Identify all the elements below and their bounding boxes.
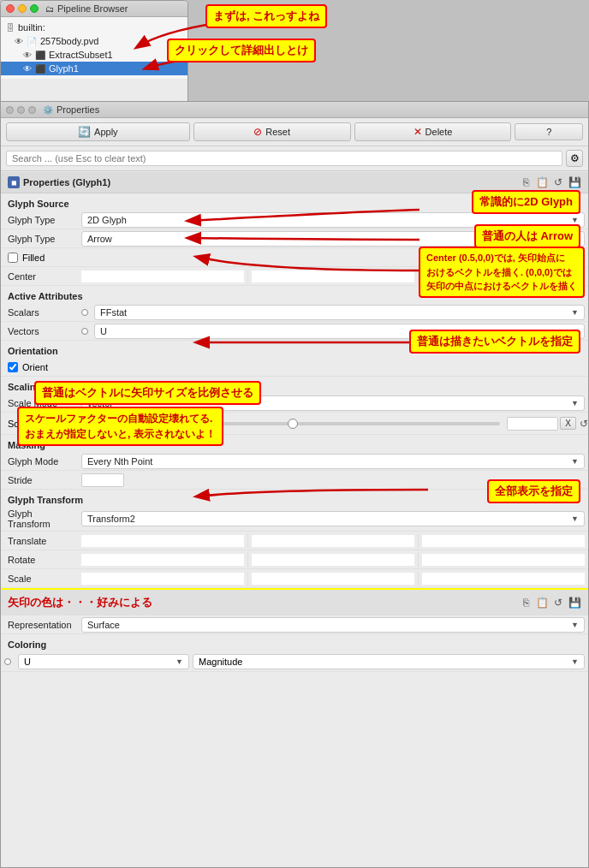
properties-toolbar: 🔄 Apply ⊘ Reset ✕ Delete ? — [1, 118, 588, 146]
translate-z-input[interactable]: 0 — [419, 533, 588, 549]
scale-refresh-icon[interactable]: ↺ — [580, 418, 588, 430]
center-y-input[interactable]: 0 — [248, 269, 419, 284]
dot1 — [6, 106, 14, 114]
close-button[interactable] — [6, 4, 15, 13]
scale-mode-row: Scale Mode vector ▼ — [1, 394, 588, 413]
delete-icon: ✕ — [413, 126, 422, 138]
chevron-down-icon: ▼ — [571, 514, 579, 523]
copy-icon[interactable]: ⎘ — [519, 175, 532, 189]
glyph-type-1-dropdown[interactable]: 2D Glyph ▼ — [81, 212, 585, 228]
representation-dropdown[interactable]: Surface ▼ — [81, 617, 585, 633]
scale-mode-dropdown[interactable]: vector ▼ — [81, 395, 585, 411]
filled-row: Filled — [1, 248, 588, 267]
chevron-down-icon: ▼ — [176, 657, 183, 666]
orient-checkbox[interactable] — [8, 362, 18, 372]
coloring-u-dropdown[interactable]: U ▼ — [18, 654, 189, 669]
glyph-type-2-value: Arrow ▼ — [78, 230, 588, 247]
scale-y-input[interactable]: 1 — [248, 571, 419, 586]
eye-icon[interactable]: 👁 — [23, 51, 32, 60]
scale-factor-label: Scale Factor — [1, 417, 78, 431]
radio-button-coloring[interactable] — [4, 658, 11, 665]
paste-icon[interactable]: 📋 — [535, 175, 549, 189]
magnitude-dropdown[interactable]: Magnitude ▼ — [193, 654, 585, 669]
scalars-row: Scalars FFstat ▼ — [1, 303, 588, 322]
active-attributes-label: Active Attributes — [1, 286, 588, 303]
list-item[interactable]: 👁 📄 2575body.pvd — [1, 34, 187, 48]
filled-label: Filled — [22, 253, 45, 263]
pipeline-browser-title: Pipeline Browser — [57, 3, 128, 14]
chevron-down-icon: ▼ — [571, 621, 579, 629]
stride-input[interactable]: 1 — [81, 473, 124, 487]
properties-panel: ⚙️ Properties 🔄 Apply ⊘ Reset ✕ Delete ?… — [0, 101, 589, 868]
pipeline-list: 🗄 builtin: 👁 📄 2575body.pvd 👁 ⬛ ExtractS… — [1, 17, 187, 79]
filled-checkbox[interactable] — [8, 253, 18, 263]
glyph-type-1-row: Glyph Type 2D Glyph ▼ — [1, 211, 588, 229]
glyph-mode-dropdown[interactable]: Every Nth Point ▼ — [81, 454, 585, 469]
scalars-dropdown[interactable]: FFstat ▼ — [94, 305, 585, 320]
refresh-color-icon[interactable]: ↺ — [551, 596, 565, 609]
search-input[interactable] — [6, 151, 562, 166]
pipeline-browser-titlebar: 🗂 Pipeline Browser — [1, 1, 187, 17]
glyph-icon: ⬛ — [35, 64, 45, 74]
maximize-button[interactable] — [30, 4, 39, 13]
scalars-value: FFstat ▼ — [78, 304, 588, 321]
center-label: Center — [1, 270, 78, 283]
traffic-lights — [6, 4, 39, 13]
scale-z-input[interactable]: 1 — [419, 571, 588, 586]
scalars-label: Scalars — [1, 306, 78, 319]
glyph-type-2-dropdown[interactable]: Arrow ▼ — [81, 231, 585, 247]
scale-factor-slider[interactable] — [85, 422, 500, 425]
rotate-y-input[interactable]: 0 — [248, 552, 419, 568]
scale-factor-input[interactable]: 2 — [507, 417, 558, 431]
minimize-button[interactable] — [18, 4, 27, 13]
window-dots — [6, 106, 36, 114]
chevron-down-icon: ▼ — [571, 657, 579, 666]
delete-button[interactable]: ✕ Delete — [354, 122, 512, 141]
translate-y-input[interactable]: 0 — [248, 533, 419, 549]
vectors-value: U ▼ — [78, 323, 588, 340]
radio-button-scalars[interactable] — [81, 309, 88, 316]
vectors-dropdown[interactable]: U ▼ — [94, 324, 585, 339]
translate-x-input[interactable]: 0 — [78, 533, 248, 549]
apply-button[interactable]: 🔄 Apply — [6, 122, 190, 141]
scale-x-input[interactable]: 1 — [78, 571, 248, 586]
list-item[interactable]: 👁 ⬛ Glyph1 — [1, 62, 187, 75]
scale-x-button[interactable]: X — [560, 417, 576, 430]
glyph-transform-dropdown[interactable]: Transform2 ▼ — [81, 511, 585, 526]
color-section-label: 矢印の色は・・・好みによる — [8, 595, 514, 610]
rotate-z-input[interactable]: 0 — [419, 552, 588, 568]
radio-button-vectors[interactable] — [81, 328, 88, 335]
section-action-icons: ⎘ 📋 ↺ 💾 — [519, 175, 581, 189]
center-z-input[interactable]: 0 — [419, 269, 588, 284]
search-bar: ⚙ — [1, 146, 588, 171]
list-item[interactable]: 🗄 builtin: — [1, 21, 187, 34]
glyph-source-label: Glyph Source — [1, 193, 588, 211]
scale-factor-row: Scale Factor 2 X ↺ — [1, 413, 588, 435]
chevron-down-icon: ▼ — [571, 399, 579, 407]
refresh-icon[interactable]: ↺ — [551, 175, 565, 189]
section-icon: ◼ — [8, 176, 20, 188]
list-item[interactable]: 👁 ⬛ ExtractSubset1 — [1, 48, 187, 62]
rotate-x-input[interactable]: 0 — [78, 552, 248, 568]
annotation-bubble-2: クリックして詳細出しとけ — [167, 39, 316, 62]
settings-gear-button[interactable]: ⚙ — [566, 150, 583, 167]
representation-label: Representation — [1, 618, 78, 632]
reset-button[interactable]: ⊘ Reset — [193, 122, 351, 141]
eye-icon[interactable]: 👁 — [23, 64, 32, 74]
glyph-transform-label: Glyph Transform — [1, 507, 78, 531]
dot2 — [17, 106, 25, 114]
save-icon[interactable]: 💾 — [568, 175, 581, 189]
properties-titlebar: ⚙️ Properties — [1, 102, 588, 118]
dot3 — [28, 106, 36, 114]
color-section: 矢印の色は・・・好みによる ⎘ 📋 ↺ 💾 — [1, 588, 588, 615]
save-color-icon[interactable]: 💾 — [568, 596, 581, 609]
center-x-input[interactable]: 0.5 — [78, 269, 248, 284]
eye-icon[interactable]: 👁 — [15, 37, 23, 46]
coloring-row: U ▼ Magnitude ▼ — [1, 651, 588, 672]
help-button[interactable]: ? — [515, 123, 583, 140]
item-label: 2575body.pvd — [40, 36, 98, 46]
reset-icon: ⊘ — [253, 126, 262, 138]
copy-color-icon[interactable]: ⎘ — [519, 596, 532, 609]
paste-color-icon[interactable]: 📋 — [535, 596, 549, 609]
item-label: Glyph1 — [49, 63, 79, 74]
